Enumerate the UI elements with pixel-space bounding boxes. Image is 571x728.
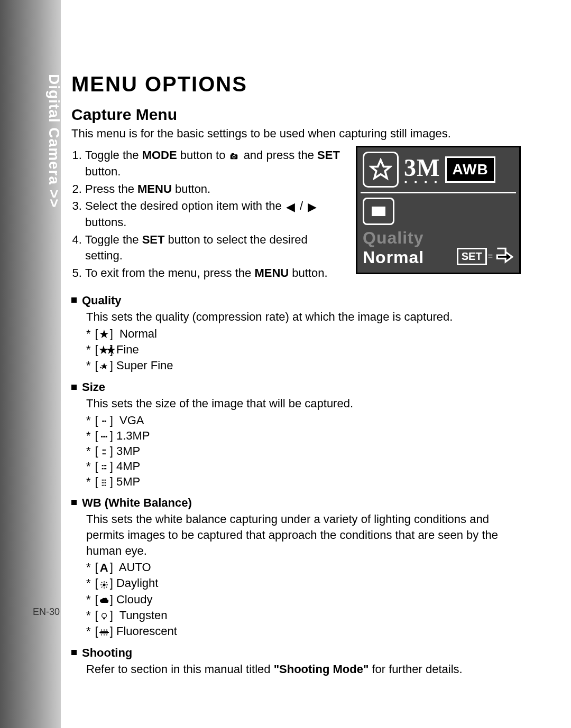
svg-marker-6: [99, 367, 102, 369]
step-5: To exit from the menu, press the MENU bu…: [85, 265, 346, 281]
dots-6-icon: ▪▪▪▪▪▪: [98, 464, 110, 470]
step-2: Press the MENU button.: [85, 181, 346, 197]
sidebar-label: Digital Camera >>: [45, 74, 62, 208]
svg-point-2: [233, 156, 235, 158]
svg-point-17: [102, 613, 106, 618]
option-quality-fine: *[★★] Fine: [86, 343, 521, 357]
option-wb-tungsten: *[ ] Tungsten: [86, 609, 521, 623]
step-4: Toggle the SET button to select the desi…: [85, 232, 346, 263]
option-size-5mp: *[▪▪▪▪▪▪▪▪▪] 5MP: [86, 475, 521, 489]
bulb-icon: [98, 609, 110, 623]
fluorescent-icon: [98, 625, 110, 639]
svg-rect-3: [232, 153, 234, 155]
bullet-icon: [71, 500, 77, 505]
right-enter-icon: [494, 245, 514, 267]
wb-options: *[A] AUTO *[ ] Daylight *[ ] Cloudy *[ ]…: [86, 561, 521, 639]
bullet-icon: [71, 297, 77, 303]
lcd-quality-value: Normal: [363, 248, 424, 267]
dots-2-icon: ▪▪: [98, 417, 110, 425]
svg-marker-5: [101, 363, 107, 369]
option-wb-cloudy: *[ ] Cloudy: [86, 593, 521, 607]
left-arrow-icon: ◀: [285, 199, 297, 215]
setting-heading-quality: Quality: [71, 294, 521, 307]
sun-icon: [98, 577, 110, 591]
svg-line-15: [101, 586, 102, 587]
bullet-icon: [71, 650, 77, 655]
star-3-icon: [98, 359, 110, 373]
option-size-3mp: *[▪▪▪▪] 3MP: [86, 444, 521, 458]
setting-heading-size: Size: [71, 380, 521, 394]
cloud-icon: [98, 593, 110, 607]
instruction-steps: Toggle the MODE button to and press the …: [71, 146, 346, 282]
setting-desc-shooting: Refer to section in this manual titled "…: [86, 661, 521, 677]
option-quality-normal: *[★] Normal: [86, 327, 521, 341]
svg-line-14: [106, 586, 107, 587]
lcd-quality-label: Quality: [363, 228, 424, 248]
lcd-awb-badge: AWB: [445, 156, 495, 183]
option-wb-daylight: *[ ] Daylight: [86, 576, 521, 591]
dots-9-icon: ▪▪▪▪▪▪▪▪▪: [98, 479, 110, 487]
svg-line-13: [101, 582, 102, 583]
option-size-1-3mp: *[▪▪▪] 1.3MP: [86, 429, 521, 443]
option-wb-auto: *[A] AUTO: [86, 561, 521, 575]
quality-options: *[★] Normal *[★★] Fine *[ ] Super Fine: [86, 327, 521, 374]
camera-lcd-preview: 3M ▪ ▪ ▪ ▪ AWB Quality Normal: [356, 146, 521, 274]
setting-desc-quality: This sets the quality (compression rate)…: [86, 309, 521, 325]
step-1: Toggle the MODE button to and press the …: [85, 147, 346, 180]
lcd-size: 3M ▪ ▪ ▪ ▪: [404, 154, 440, 186]
svg-rect-18: [103, 618, 105, 620]
dots-3-icon: ▪▪▪: [98, 433, 110, 440]
lcd-set-indicator: SET =: [457, 245, 514, 267]
dots-4-icon: ▪▪▪▪: [98, 448, 110, 455]
shooting-single-icon: [363, 198, 394, 225]
auto-a-icon: A: [98, 561, 110, 575]
intro-text: This menu is for the basic settings to b…: [71, 127, 521, 141]
section-title-capture-menu: Capture Menu: [71, 106, 521, 124]
right-arrow-icon: ▶: [306, 199, 318, 215]
svg-line-16: [106, 582, 107, 583]
svg-point-8: [103, 583, 105, 586]
option-size-4mp: *[▪▪▪▪▪▪] 4MP: [86, 460, 521, 473]
option-quality-superfine: *[ ] Super Fine: [86, 359, 521, 373]
camera-icon: [229, 148, 241, 164]
sidebar: Digital Camera >>: [0, 0, 61, 728]
setting-desc-wb: This sets the white balance capturing un…: [86, 511, 521, 558]
star-2-icon: ★★: [98, 343, 110, 357]
option-wb-fluorescent: *[ ] Fluorescent: [86, 624, 521, 639]
bullet-icon: [71, 385, 77, 390]
page-content: MENU OPTIONS Capture Menu This menu is f…: [71, 61, 521, 679]
setting-heading-wb: WB (White Balance): [71, 496, 521, 510]
setting-desc-size: This sets the size of the image that wil…: [86, 396, 521, 412]
star-1-icon: ★: [98, 328, 110, 341]
setting-heading-shooting: Shooting: [71, 646, 521, 660]
page-title: MENU OPTIONS: [71, 72, 521, 96]
svg-rect-19: [100, 631, 108, 633]
size-options: *[▪▪] VGA *[▪▪▪] 1.3MP *[▪▪▪▪] 3MP *[▪▪▪…: [86, 414, 521, 489]
quality-star-icon: [363, 152, 399, 188]
svg-marker-4: [371, 160, 391, 179]
option-size-vga: *[▪▪] VGA: [86, 414, 521, 427]
step-3: Select the desired option item with the …: [85, 198, 346, 230]
page-number: EN-30: [33, 606, 60, 618]
